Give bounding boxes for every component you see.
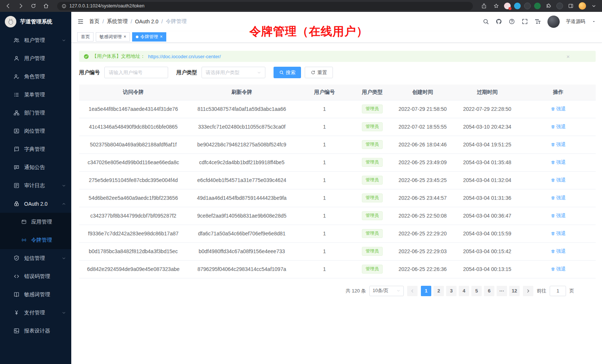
page-button-2[interactable]: 2 <box>433 286 444 296</box>
font-size-icon[interactable] <box>534 18 541 25</box>
search-icon[interactable] <box>482 18 489 25</box>
force-logout-button[interactable]: 强退 <box>551 248 566 255</box>
sidebar-item-oauth2[interactable]: OAuth 2.0 <box>0 195 71 213</box>
doc-link[interactable]: https://doc.iocoder.cn/user-center/ <box>148 54 221 59</box>
prev-page-button[interactable] <box>407 286 418 296</box>
user-type-select[interactable]: 请选择用户类型 <box>202 67 265 78</box>
extension-icon[interactable] <box>504 3 511 9</box>
fullscreen-icon[interactable] <box>521 18 528 25</box>
sidebar-item-label: OAuth 2.0 <box>24 201 48 207</box>
action-cell: 强退 <box>521 189 596 207</box>
sidebar-item-role[interactable]: 角色管理 <box>0 67 71 86</box>
sidebar-item-oauth2-token[interactable]: 令牌管理 <box>0 231 71 249</box>
user-type-badge: 管理员 <box>362 247 383 256</box>
force-logout-button[interactable]: 强退 <box>551 141 566 148</box>
sidebar-item-post[interactable]: 岗位管理 <box>0 122 71 140</box>
expire-time-cell: 2054-03-04 01:31:36 <box>454 189 521 207</box>
sidebar-item-pay[interactable]: 支付管理 <box>0 304 71 322</box>
col-user-id: 用户编号 <box>296 85 353 100</box>
extension-icon[interactable] <box>534 3 541 9</box>
page-button-3[interactable]: 3 <box>446 286 457 296</box>
table-header-row: 访问令牌 刷新令牌 用户编号 用户类型 创建时间 过期时间 操作 <box>79 85 596 100</box>
sidebar-item-oauth2-app[interactable]: 应用管理 <box>0 213 71 231</box>
page-button-6[interactable]: 6 <box>484 286 494 296</box>
alert-close-icon[interactable]: × <box>566 53 591 60</box>
force-logout-button[interactable]: 强退 <box>551 106 566 112</box>
table-row: 275e5de9151045fe87cbdc395e004f4de6cfd40e… <box>79 171 596 189</box>
page-size-value: 10条/页 <box>373 288 388 294</box>
sidebar-item-dict[interactable]: 字典管理 <box>0 140 71 158</box>
tab-home[interactable]: 首页 <box>77 32 94 42</box>
extension-icon[interactable] <box>514 3 521 9</box>
extension-icon[interactable] <box>524 3 531 9</box>
user-name[interactable]: 芋道源码 <box>566 18 585 25</box>
tab-sensitive-word[interactable]: 敏感词管理 × <box>96 32 130 42</box>
user-id-input[interactable] <box>104 67 168 78</box>
force-logout-button[interactable]: 强退 <box>551 195 566 201</box>
breadcrumb-item[interactable]: OAuth 2.0 <box>135 19 158 24</box>
reload-button[interactable] <box>29 1 38 10</box>
breadcrumb-item[interactable]: 系统管理 <box>107 18 128 25</box>
url-bar[interactable]: 127.0.0.1:1024/system/oauth2/token <box>57 2 473 10</box>
sidebar-item-sensitive-word[interactable]: 敏感词管理 <box>0 285 71 304</box>
next-page-button[interactable] <box>523 286 533 296</box>
oauth2-app-icon <box>21 219 27 225</box>
tab-close-icon[interactable]: × <box>124 34 126 39</box>
search-button[interactable]: 搜索 <box>274 67 301 78</box>
tab-token[interactable]: 令牌管理 × <box>132 32 166 42</box>
side-panel-icon[interactable] <box>566 1 575 10</box>
page-button-12[interactable]: 12 <box>509 286 520 296</box>
page-size-select[interactable]: 10条/页 <box>369 286 404 296</box>
bookmark-star-icon[interactable] <box>492 1 501 10</box>
sidebar-collapse-button[interactable] <box>77 18 84 25</box>
tab-close-icon[interactable]: × <box>160 34 163 39</box>
help-icon[interactable] <box>508 18 515 25</box>
table-row: b0d1785bc3a8482f812db4a3f3bd15ecb0df4980… <box>79 242 596 260</box>
sidebar-item-tenant[interactable]: 租户管理 <box>0 31 71 49</box>
sidebar-item-report-designer[interactable]: 报表设计器 <box>0 322 71 340</box>
post-icon <box>13 128 20 134</box>
sidebar-item-notice[interactable]: 通知公告 <box>0 158 71 176</box>
browser-chrome: 127.0.0.1:1024/system/oauth2/token <box>0 0 602 12</box>
force-logout-button[interactable]: 强退 <box>551 159 566 166</box>
sensitive-word-icon <box>13 291 20 298</box>
page-button-5[interactable]: 5 <box>471 286 482 296</box>
page-button-1[interactable]: 1 <box>421 286 431 296</box>
caret-down-icon[interactable] <box>592 19 596 24</box>
home-button[interactable] <box>42 1 50 10</box>
sidebar-item-audit-log[interactable]: 审计日志 <box>0 176 71 195</box>
github-icon[interactable] <box>495 18 502 25</box>
create-time-cell: 2022-06-25 22:50:08 <box>392 207 454 225</box>
force-logout-button[interactable]: 强退 <box>551 230 566 237</box>
sidebar-item-label: 敏感词管理 <box>24 291 50 298</box>
user-avatar[interactable] <box>547 16 560 28</box>
force-logout-button[interactable]: 强退 <box>551 123 566 130</box>
audit-log-icon <box>13 182 20 189</box>
chevron-down-icon[interactable] <box>589 1 598 10</box>
sidebar-item-menu[interactable]: 菜单管理 <box>0 86 71 104</box>
sidebar-item-sms[interactable]: 短信管理 <box>0 249 71 267</box>
sidebar-item-dept[interactable]: 部门管理 <box>0 104 71 122</box>
reset-button[interactable]: 重置 <box>305 67 333 78</box>
forward-button[interactable] <box>16 1 25 10</box>
back-button[interactable] <box>4 1 13 10</box>
share-icon[interactable] <box>480 1 488 10</box>
app-logo[interactable]: 芋道管理系统 <box>0 12 71 31</box>
profile-avatar[interactable] <box>579 2 586 10</box>
force-logout-button[interactable]: 强退 <box>551 177 566 183</box>
force-logout-button[interactable]: 强退 <box>551 266 566 272</box>
sidebar-item-error-code[interactable]: 错误码管理 <box>0 267 71 285</box>
page-button-4[interactable]: 4 <box>459 286 469 296</box>
table-row: c347026e805e4d99b0d116eae66eda8ccdfc4ce9… <box>79 153 596 171</box>
trash-icon <box>551 178 555 182</box>
extensions-puzzle-icon[interactable] <box>544 1 553 10</box>
pagination: 共 120 条 10条/页 123456···12 前往 页 <box>79 286 596 296</box>
goto-page-input[interactable] <box>550 286 566 296</box>
force-logout-button[interactable]: 强退 <box>551 212 566 219</box>
breadcrumb-item[interactable]: 首页 <box>89 18 99 25</box>
pagination-ellipsis[interactable]: ··· <box>497 286 507 296</box>
refresh-token-cell: dfa6c71a50a54c66bef706ef9e6e8d81 <box>187 225 296 242</box>
extension-icon[interactable] <box>556 3 563 9</box>
site-info-icon[interactable] <box>62 4 66 9</box>
sidebar-item-user[interactable]: 用户管理 <box>0 49 71 67</box>
